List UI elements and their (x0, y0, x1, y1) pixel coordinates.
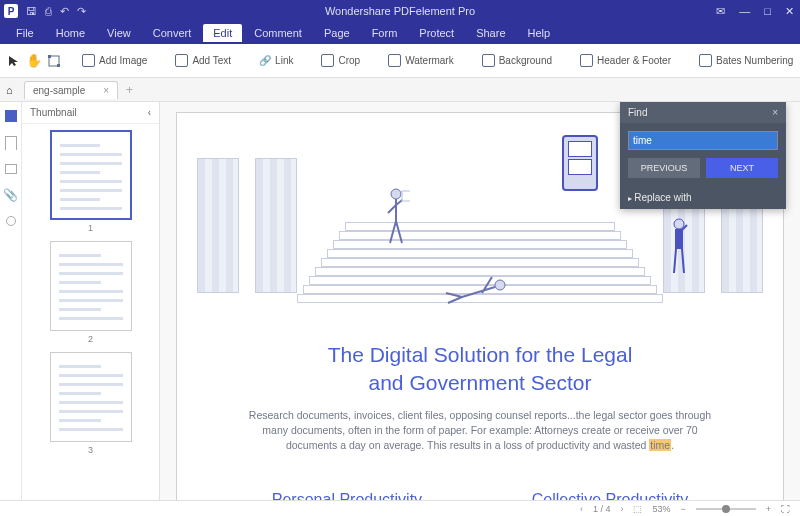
thumbnail-page-1[interactable]: 1 (22, 130, 159, 233)
print-icon[interactable]: ⎙ (45, 5, 52, 17)
thumbnail-header: Thumbnail (30, 107, 77, 118)
menu-file[interactable]: File (6, 24, 44, 42)
thumbnail-panel: Thumbnail ‹ 123 (22, 102, 160, 500)
menu-form[interactable]: Form (362, 24, 408, 42)
app-logo: P (4, 4, 18, 18)
image-icon (82, 54, 95, 67)
server-icon (562, 135, 598, 191)
find-previous-button[interactable]: PREVIOUS (628, 158, 700, 178)
menu-convert[interactable]: Convert (143, 24, 202, 42)
text-icon (175, 54, 188, 67)
thumbnail-page-3[interactable]: 3 (22, 352, 159, 455)
mail-icon[interactable]: ✉ (716, 5, 725, 18)
zoom-value: 53% (652, 504, 670, 514)
fit-width-icon[interactable]: ⬚ (633, 504, 642, 514)
add-image-button[interactable]: Add Image (76, 51, 153, 70)
svg-point-6 (674, 219, 684, 229)
document-tab-bar: ⌂ eng-sample × + (0, 78, 800, 102)
find-panel: Find × PREVIOUS NEXT Replace with (620, 102, 786, 209)
bates-icon (699, 54, 712, 67)
page-indicator: 1 / 4 (593, 504, 611, 514)
find-title: Find (628, 107, 647, 118)
menu-page[interactable]: Page (314, 24, 360, 42)
watermark-button[interactable]: Watermark (382, 51, 460, 70)
subheading-left: Personal Productivity (272, 491, 422, 500)
search-panel-icon[interactable] (6, 216, 16, 226)
prev-page-icon[interactable]: ‹ (580, 504, 583, 514)
background-icon (482, 54, 495, 67)
person-walking-icon (382, 187, 410, 245)
home-icon[interactable]: ⌂ (6, 84, 13, 96)
menu-home[interactable]: Home (46, 24, 95, 42)
bookmark-panel-icon[interactable] (5, 136, 17, 150)
redo-icon[interactable]: ↷ (77, 5, 86, 18)
select-tool-icon[interactable] (8, 55, 20, 67)
zoom-out-icon[interactable]: − (680, 504, 685, 514)
thumbnail-label: 1 (88, 223, 93, 233)
find-input[interactable] (628, 131, 778, 150)
menu-edit[interactable]: Edit (203, 24, 242, 42)
fullscreen-icon[interactable]: ⛶ (781, 504, 790, 514)
collapse-panel-icon[interactable]: ‹ (148, 107, 151, 118)
menu-help[interactable]: Help (518, 24, 561, 42)
menu-bar: FileHomeViewConvertEditCommentPageFormPr… (0, 22, 800, 44)
title-bar: P 🖫 ⎙ ↶ ↷ Wondershare PDFelement Pro ✉ —… (0, 0, 800, 22)
background-button[interactable]: Background (476, 51, 558, 70)
zoom-in-icon[interactable]: + (766, 504, 771, 514)
add-text-button[interactable]: Add Text (169, 51, 237, 70)
side-rail: 📎 (0, 102, 22, 500)
thumbnail-label: 2 (88, 334, 93, 344)
document-view[interactable]: The Digital Solution for the Legal and G… (160, 102, 800, 500)
find-next-button[interactable]: NEXT (706, 158, 778, 178)
maximize-icon[interactable]: □ (764, 5, 771, 17)
menu-comment[interactable]: Comment (244, 24, 312, 42)
save-icon[interactable]: 🖫 (26, 5, 37, 17)
undo-icon[interactable]: ↶ (60, 5, 69, 18)
header-footer-icon (580, 54, 593, 67)
replace-with-toggle[interactable]: Replace with (620, 186, 786, 209)
menu-protect[interactable]: Protect (409, 24, 464, 42)
attachment-panel-icon[interactable]: 📎 (3, 188, 18, 202)
link-icon: 🔗 (259, 55, 271, 66)
next-page-icon[interactable]: › (620, 504, 623, 514)
document-paragraph: Research documents, invoices, client fil… (247, 408, 713, 454)
close-tab-icon[interactable]: × (103, 85, 109, 96)
bates-numbering-button[interactable]: Bates Numbering (693, 51, 799, 70)
app-title: Wondershare PDFelement Pro (325, 5, 475, 17)
zoom-slider[interactable] (696, 508, 756, 510)
crop-button[interactable]: Crop (315, 51, 366, 70)
thumbnail-panel-icon[interactable] (5, 110, 17, 122)
new-tab-button[interactable]: + (120, 83, 139, 97)
close-icon[interactable]: ✕ (785, 5, 794, 18)
menu-share[interactable]: Share (466, 24, 515, 42)
edit-object-icon[interactable] (48, 55, 60, 67)
person-lying-icon (442, 275, 512, 305)
subheading-right: Collective Productivity (532, 491, 689, 500)
person-standing-icon (665, 217, 693, 275)
hand-tool-icon[interactable]: ✋ (26, 53, 42, 68)
status-bar: ‹ 1 / 4 › ⬚ 53% − + ⛶ (0, 500, 800, 516)
watermark-icon (388, 54, 401, 67)
link-button[interactable]: 🔗Link (253, 52, 299, 69)
svg-point-3 (391, 189, 401, 199)
crop-icon (321, 54, 334, 67)
find-close-icon[interactable]: × (772, 107, 778, 118)
edit-toolbar: ✋ Add Image Add Text 🔗Link Crop Watermar… (0, 44, 800, 78)
svg-rect-2 (57, 64, 60, 67)
comment-panel-icon[interactable] (5, 164, 17, 174)
svg-point-5 (495, 280, 505, 290)
header-footer-button[interactable]: Header & Footer (574, 51, 677, 70)
thumbnail-page-2[interactable]: 2 (22, 241, 159, 344)
thumbnail-label: 3 (88, 445, 93, 455)
minimize-icon[interactable]: — (739, 5, 750, 17)
svg-rect-1 (48, 55, 51, 58)
menu-view[interactable]: View (97, 24, 141, 42)
svg-rect-4 (402, 191, 410, 201)
search-highlight: time (649, 439, 671, 451)
document-tab[interactable]: eng-sample × (24, 81, 118, 99)
document-title: The Digital Solution for the Legal and G… (217, 341, 743, 398)
